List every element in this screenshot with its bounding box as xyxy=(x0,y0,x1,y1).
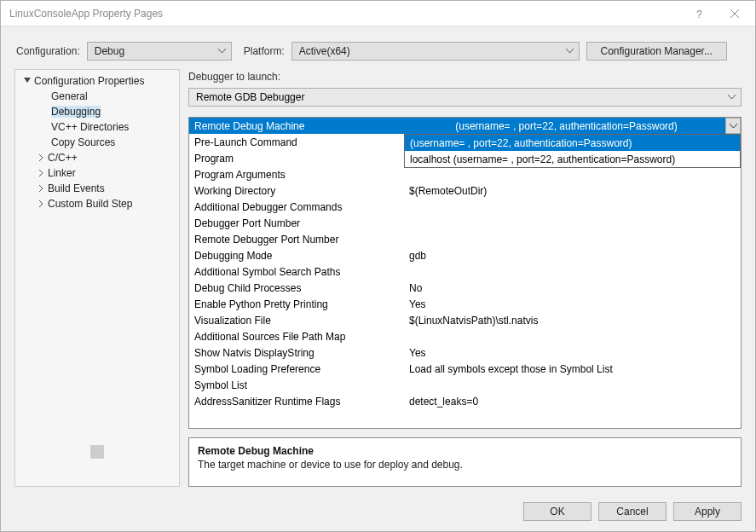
platform-value: Active(x64) xyxy=(299,45,561,57)
property-table: Remote Debug Machine(username= , port=22… xyxy=(189,118,741,409)
platform-select[interactable]: Active(x64) xyxy=(291,42,580,61)
property-row[interactable]: Program Arguments xyxy=(189,166,741,182)
property-value[interactable]: Yes xyxy=(404,296,741,312)
property-name: AddressSanitizer Runtime Flags xyxy=(189,393,404,409)
property-value[interactable] xyxy=(404,231,741,247)
caret-right-icon xyxy=(36,185,46,192)
debugger-to-launch-select[interactable]: Remote GDB Debugger xyxy=(188,88,742,107)
property-name: Additional Debugger Commands xyxy=(189,199,404,215)
property-name: Symbol Loading Preference xyxy=(189,361,404,377)
property-row[interactable]: Remote Debug Machine(username= , port=22… xyxy=(189,118,741,134)
configuration-label: Configuration: xyxy=(16,45,80,57)
property-value[interactable] xyxy=(404,377,741,393)
dropdown-option[interactable]: (username= , port=22, authentication=Pas… xyxy=(405,135,740,151)
sidebar-item-copysrc[interactable]: Copy Sources xyxy=(15,135,179,150)
property-value[interactable] xyxy=(404,199,741,215)
property-row[interactable]: Debug Child ProcessesNo xyxy=(189,280,741,296)
property-value[interactable] xyxy=(404,263,741,280)
sidebar-item-ccpp[interactable]: C/C++ xyxy=(15,150,179,165)
caret-right-icon xyxy=(36,154,46,161)
sidebar-item-linker[interactable]: Linker xyxy=(15,165,179,181)
config-bar: Configuration: Debug Platform: Active(x6… xyxy=(1,26,755,69)
property-name: Debugging Mode xyxy=(189,247,404,263)
property-name: Working Directory xyxy=(189,182,404,199)
svg-marker-3 xyxy=(24,78,31,83)
property-value[interactable]: Load all symbols except those in Symbol … xyxy=(404,361,741,377)
tree-root-config-props[interactable]: Configuration Properties xyxy=(15,73,179,89)
configuration-manager-button[interactable]: Configuration Manager... xyxy=(586,42,727,61)
property-row[interactable]: Additional Sources File Path Map xyxy=(189,328,741,344)
right-panel: Debugger to launch: Remote GDB Debugger … xyxy=(188,69,742,487)
dialog-footer: OK Cancel Apply xyxy=(1,495,755,531)
description-title: Remote Debug Machine xyxy=(198,445,732,457)
property-name: Debug Child Processes xyxy=(189,280,404,296)
caret-right-icon xyxy=(36,170,46,176)
property-row[interactable]: AddressSanitizer Runtime Flagsdetect_lea… xyxy=(189,393,741,409)
property-row[interactable]: Symbol List xyxy=(189,377,741,393)
property-row[interactable]: Working Directory$(RemoteOutDir) xyxy=(189,182,741,199)
caret-down-icon xyxy=(22,78,32,84)
property-name: Additional Sources File Path Map xyxy=(189,328,404,344)
scroll-thumb[interactable] xyxy=(90,445,104,459)
property-value[interactable]: detect_leaks=0 xyxy=(404,393,741,409)
property-name: Symbol List xyxy=(189,377,404,393)
close-button[interactable] xyxy=(715,2,753,26)
sidebar-item-buildevents[interactable]: Build Events xyxy=(15,181,179,196)
property-name: Show Natvis DisplayString xyxy=(189,344,404,361)
sidebar: Configuration Properties General Debuggi… xyxy=(14,69,180,487)
property-row[interactable]: Visualization File$(LinuxNatvisPath)\stl… xyxy=(189,312,741,328)
remote-machine-dropdown[interactable]: (username= , port=22, authentication=Pas… xyxy=(404,134,741,168)
property-name: Additional Symbol Search Paths xyxy=(189,263,404,280)
sidebar-item-custombuild[interactable]: Custom Build Step xyxy=(15,196,179,211)
property-name: Enable Python Pretty Printing xyxy=(189,296,404,312)
property-row[interactable]: Show Natvis DisplayStringYes xyxy=(189,344,741,361)
property-row[interactable]: Debugger Port Number xyxy=(189,215,741,231)
property-value[interactable]: (username= , port=22, authentication=Pas… xyxy=(404,118,741,134)
platform-label: Platform: xyxy=(244,45,285,57)
help-button[interactable]: ? xyxy=(684,2,715,26)
property-grid: Remote Debug Machine(username= , port=22… xyxy=(188,117,742,429)
caret-right-icon xyxy=(36,200,46,207)
configuration-select[interactable]: Debug xyxy=(87,42,232,61)
property-value[interactable] xyxy=(404,166,741,182)
chevron-down-icon xyxy=(728,95,736,100)
property-name: Program Arguments xyxy=(189,166,404,182)
property-value[interactable] xyxy=(404,215,741,231)
property-row[interactable]: Additional Debugger Commands xyxy=(189,199,741,215)
property-value[interactable]: $(RemoteOutDir) xyxy=(404,182,741,199)
chevron-down-icon xyxy=(218,49,226,54)
property-row[interactable]: Symbol Loading PreferenceLoad all symbol… xyxy=(189,361,741,377)
property-value[interactable]: Yes xyxy=(404,344,741,361)
description-text: The target machine or device to use for … xyxy=(198,459,732,471)
chevron-down-icon xyxy=(566,49,574,54)
property-row[interactable]: Additional Symbol Search Paths xyxy=(189,263,741,280)
apply-button[interactable]: Apply xyxy=(673,502,742,521)
property-value[interactable] xyxy=(404,328,741,344)
titlebar: LinuxConsoleApp Property Pages ? xyxy=(1,1,755,26)
property-value[interactable]: $(LinuxNatvisPath)\stl.natvis xyxy=(404,312,741,328)
property-name: Remote Debugger Port Number xyxy=(189,231,404,247)
property-row[interactable]: Remote Debugger Port Number xyxy=(189,231,741,247)
property-name: Pre-Launch Command xyxy=(189,134,404,150)
body: Configuration Properties General Debuggi… xyxy=(1,69,755,495)
cancel-button[interactable]: Cancel xyxy=(598,502,667,521)
ok-button[interactable]: OK xyxy=(523,502,592,521)
property-name: Debugger Port Number xyxy=(189,215,404,231)
sidebar-item-vcdirs[interactable]: VC++ Directories xyxy=(15,119,179,135)
property-row[interactable]: Debugging Modegdb xyxy=(189,247,741,263)
svg-text:?: ? xyxy=(696,9,702,20)
debugger-to-launch-label: Debugger to launch: xyxy=(188,71,742,83)
property-name: Program xyxy=(189,150,404,166)
sidebar-item-general[interactable]: General xyxy=(15,89,179,104)
property-value[interactable]: gdb xyxy=(404,247,741,263)
property-row[interactable]: Enable Python Pretty PrintingYes xyxy=(189,296,741,312)
property-name: Remote Debug Machine xyxy=(189,118,404,134)
property-pages-window: LinuxConsoleApp Property Pages ? Configu… xyxy=(0,0,756,532)
configuration-value: Debug xyxy=(95,45,213,57)
sidebar-item-debugging[interactable]: Debugging xyxy=(15,104,179,119)
property-name: Visualization File xyxy=(189,312,404,328)
chevron-down-icon[interactable] xyxy=(725,118,741,134)
dropdown-option[interactable]: localhost (username= , port=22, authenti… xyxy=(405,151,740,167)
description-pane: Remote Debug Machine The target machine … xyxy=(188,437,742,487)
property-value[interactable]: No xyxy=(404,280,741,296)
